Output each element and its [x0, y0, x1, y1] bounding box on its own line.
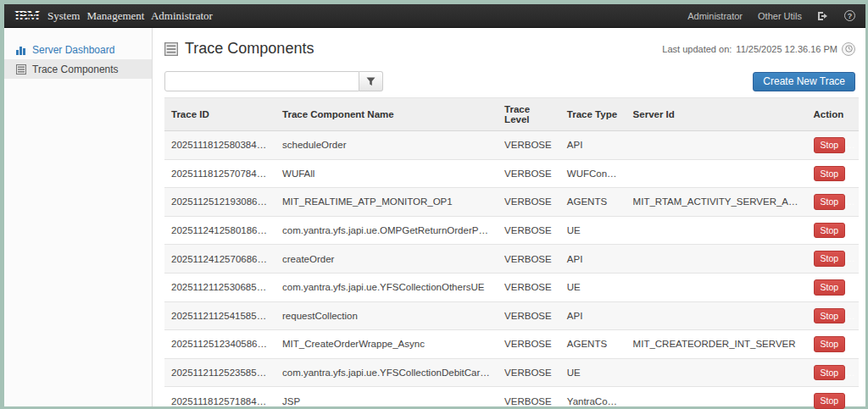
cell-server-id — [626, 216, 807, 245]
app-window: IBM System Management Administrator Admi… — [4, 4, 865, 406]
cell-trace-type: API — [560, 245, 626, 274]
page-body: Server Dashboard Trace Components — [4, 28, 865, 406]
cell-action: Stop — [807, 131, 859, 160]
cell-server-id — [626, 387, 807, 409]
cell-trace-id: 20251125123405866162 — [164, 330, 275, 359]
search-input[interactable] — [164, 71, 359, 91]
filter-button[interactable] — [359, 71, 383, 91]
main-content: Trace Components Last updated on: 11/25/… — [153, 28, 865, 406]
cell-trace-id: 20251124125706864557 — [164, 245, 275, 274]
cell-trace-component-name: MIT_CreateOrderWrappe_Async — [275, 330, 498, 359]
cell-trace-id: 20251125121930865985 — [164, 188, 275, 217]
cell-trace-level: VERBOSE — [498, 159, 560, 188]
stop-button[interactable]: Stop — [814, 251, 846, 267]
cell-trace-level: VERBOSE — [498, 245, 560, 274]
cell-trace-level: VERBOSE — [498, 301, 560, 330]
ibm-logo: IBM — [14, 9, 39, 23]
cell-trace-level: VERBOSE — [498, 131, 560, 160]
nav-link-other-utils[interactable]: Other Utils — [758, 11, 802, 21]
table-row: 20251118125803845965 scheduleOrder VERBO… — [164, 131, 859, 160]
cell-trace-id: 20251118125718845963 — [164, 387, 275, 409]
col-trace-type: Trace Type — [560, 98, 626, 131]
cell-action: Stop — [807, 245, 859, 274]
cell-server-id — [626, 358, 807, 387]
cell-server-id — [626, 273, 807, 301]
stop-button[interactable]: Stop — [814, 279, 846, 296]
sidebar-item-server-dashboard[interactable]: Server Dashboard — [4, 40, 152, 59]
cell-action: Stop — [807, 301, 859, 330]
cell-trace-type: UE — [560, 273, 626, 301]
cell-trace-component-name: createOrder — [275, 245, 498, 274]
cell-trace-level: VERBOSE — [498, 216, 560, 245]
col-trace-level: Trace Level — [498, 98, 560, 131]
cell-trace-type: WUFConsole — [560, 159, 626, 188]
table-row: 20251125123405866162 MIT_CreateOrderWrap… — [164, 330, 859, 359]
cell-trace-type: YantraConsole — [560, 387, 626, 409]
search-group — [164, 71, 383, 91]
table-row: 20251125121930865985 MIT_REALTIME_ATP_MO… — [164, 188, 859, 217]
trace-table-header: Trace ID Trace Component Name Trace Leve… — [164, 98, 859, 131]
cell-trace-component-name: requestCollection — [275, 301, 498, 330]
col-trace-component-name: Trace Component Name — [275, 98, 498, 131]
cell-trace-level: VERBOSE — [498, 387, 560, 409]
bar-chart-icon — [16, 45, 26, 55]
cell-trace-type: API — [560, 301, 626, 330]
cell-action: Stop — [807, 273, 859, 301]
cell-action: Stop — [807, 387, 859, 409]
cell-trace-level: VERBOSE — [498, 188, 560, 217]
table-row: 20251121125306858885 com.yantra.yfs.japi… — [164, 273, 859, 301]
cell-server-id — [626, 131, 807, 160]
cell-trace-type: API — [560, 131, 626, 160]
cell-trace-type: UE — [560, 216, 626, 245]
cell-trace-component-name: WUFAll — [275, 159, 498, 188]
stop-button[interactable]: Stop — [814, 223, 846, 239]
stop-button[interactable]: Stop — [814, 393, 846, 409]
cell-trace-component-name: com.yantra.yfs.japi.ue.YFSCollectionOthe… — [275, 273, 498, 301]
app-title: System Management Administrator — [47, 9, 213, 23]
table-row: 20251121125415858887 requestCollection V… — [164, 301, 859, 330]
stop-button[interactable]: Stop — [814, 336, 846, 352]
cell-server-id — [626, 245, 807, 274]
nav-link-administrator[interactable]: Administrator — [687, 11, 743, 21]
help-question-glyph: ? — [844, 10, 855, 21]
cell-trace-component-name: JSP — [275, 387, 498, 409]
cell-action: Stop — [807, 330, 859, 359]
last-updated-value: 11/25/2025 12.36.16 PM — [736, 44, 837, 54]
sidebar-item-trace-components[interactable]: Trace Components — [4, 59, 152, 79]
stop-button[interactable]: Stop — [814, 365, 846, 381]
help-icon[interactable]: ? — [844, 10, 855, 21]
table-row: 20251121125235858883 com.yantra.yfs.japi… — [164, 358, 859, 387]
cell-trace-id: 20251118125803845965 — [164, 131, 275, 160]
cell-trace-component-name: scheduleOrder — [275, 131, 498, 160]
navbar-right: Administrator Other Utils ? — [687, 10, 855, 21]
cell-trace-type: UE — [560, 358, 626, 387]
sidebar: Server Dashboard Trace Components — [4, 28, 153, 406]
cell-server-id: MIT_RTAM_ACTIVITY_SERVER_AGENT — [626, 188, 807, 217]
cell-trace-id: 20251121125235858883 — [164, 358, 275, 387]
stop-button[interactable]: Stop — [814, 308, 846, 324]
table-row: 20251118125718845963 JSP VERBOSE YantraC… — [164, 387, 859, 409]
cell-trace-component-name: MIT_REALTIME_ATP_MONITOR_OP1 — [275, 188, 498, 217]
cell-server-id: MIT_CREATEORDER_INT_SERVER — [626, 330, 807, 359]
cell-trace-id: 20251121125306858885 — [164, 273, 275, 301]
last-updated-label: Last updated on: — [662, 44, 732, 54]
trace-table: Trace ID Trace Component Name Trace Leve… — [164, 97, 859, 409]
cell-server-id — [626, 301, 807, 330]
last-updated: Last updated on: 11/25/2025 12.36.16 PM — [662, 42, 855, 56]
page-title-text: Trace Components — [185, 40, 314, 58]
cell-trace-level: VERBOSE — [498, 330, 560, 359]
stop-button[interactable]: Stop — [814, 166, 846, 182]
cell-trace-level: VERBOSE — [498, 273, 560, 301]
title-row: Trace Components Last updated on: 11/25/… — [164, 40, 859, 58]
table-row: 20251124125706864557 createOrder VERBOSE… — [164, 245, 859, 274]
stop-button[interactable]: Stop — [814, 137, 846, 153]
logout-icon[interactable] — [817, 11, 829, 21]
refresh-clock-icon[interactable] — [842, 42, 855, 56]
page-title: Trace Components — [164, 40, 314, 58]
create-new-trace-button[interactable]: Create New Trace — [753, 72, 855, 91]
cell-trace-level: VERBOSE — [498, 358, 560, 387]
cell-action: Stop — [807, 358, 859, 387]
cell-server-id — [626, 159, 807, 188]
stop-button[interactable]: Stop — [814, 194, 846, 210]
cell-action: Stop — [807, 216, 859, 245]
